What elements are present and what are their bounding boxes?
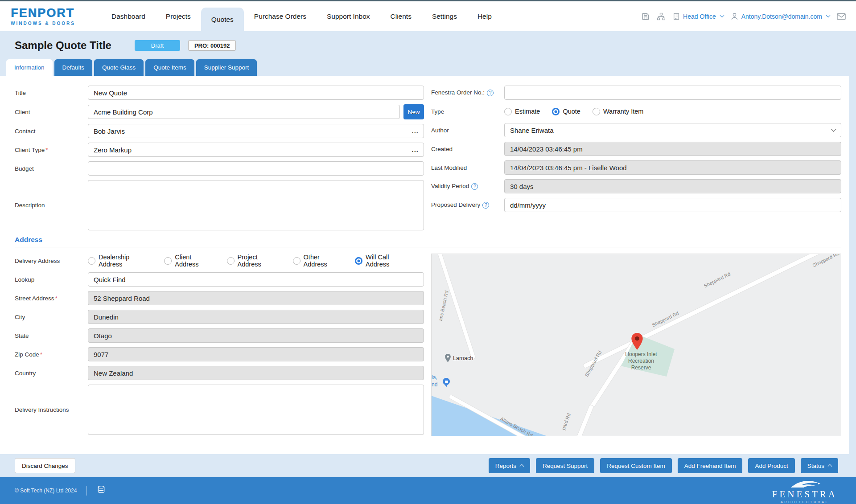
user-menu[interactable]: Antony.Dotson@domain.com	[730, 12, 830, 20]
contact-input[interactable]	[88, 124, 424, 138]
status-badge: Draft	[135, 40, 180, 51]
mail-icon[interactable]	[836, 12, 846, 20]
nav-item-purchase-orders[interactable]: Purchase Orders	[244, 1, 317, 31]
country-input	[88, 366, 424, 380]
address-divider	[15, 247, 841, 247]
help-icon[interactable]: ?	[482, 202, 489, 209]
required-asterisk: *	[40, 351, 42, 358]
radio-warranty-item[interactable]: Warranty Item	[593, 108, 644, 115]
field-row-contact: Contact ...	[15, 124, 424, 138]
building-icon	[672, 12, 680, 20]
fenestra-wordmark: FENESTRA	[772, 490, 837, 499]
nav-item-quotes[interactable]: Quotes	[201, 8, 244, 31]
tab-strip: Information Defaults Quote Glass Quote I…	[6, 59, 257, 76]
client-lookup-ellipsis[interactable]: ...	[412, 110, 419, 114]
chevron-down-icon	[720, 13, 724, 18]
client-input[interactable]	[88, 105, 400, 119]
quote-header: Sample Quote Title Draft PRO: 000192 Inf…	[0, 31, 856, 76]
field-row-proposed-delivery: Proposed Delivery?	[431, 198, 841, 212]
nav-item-dashboard[interactable]: Dashboard	[101, 1, 156, 31]
add-product-button[interactable]: Add Product	[748, 458, 794, 473]
map-marker-pin[interactable]	[631, 333, 643, 352]
nav-item-settings[interactable]: Settings	[422, 1, 467, 31]
field-row-client-type: Client Type* ...	[15, 143, 424, 157]
fenestra-order-input[interactable]	[504, 86, 841, 100]
validity-label: Validity Period?	[431, 183, 504, 190]
radio-dealership-address[interactable]: Dealership Address	[88, 254, 152, 268]
field-row-fenestra-order: Fenestra Order No.:?	[431, 86, 841, 100]
nav-item-help[interactable]: Help	[467, 1, 502, 31]
delivery-instructions-label: Delivery Instructions	[15, 406, 88, 413]
tab-information[interactable]: Information	[6, 59, 53, 76]
status-button[interactable]: Status	[801, 458, 838, 473]
tab-quote-glass[interactable]: Quote Glass	[94, 59, 144, 76]
field-row-budget: Budget	[15, 161, 424, 176]
nav-item-projects[interactable]: Projects	[156, 1, 201, 31]
help-icon[interactable]: ?	[471, 183, 478, 190]
client-type-lookup-ellipsis[interactable]: ...	[412, 148, 419, 152]
fenestra-sub: ARCHITECTURAL	[772, 500, 837, 504]
lookup-label: Lookup	[15, 276, 88, 283]
app-bar: FENPORT WINDOWS & DOORS Dashboard Projec…	[0, 1, 856, 31]
tab-quote-items[interactable]: Quote Items	[145, 59, 194, 76]
brand-logo[interactable]: FENPORT WINDOWS & DOORS	[6, 1, 80, 31]
field-row-lookup: Lookup	[15, 272, 424, 287]
field-row-last-modified: Last Modified	[431, 160, 841, 175]
contact-label: Contact	[15, 128, 88, 135]
delivery-instructions-textarea[interactable]	[88, 385, 424, 435]
field-row-description: Description	[15, 180, 424, 230]
reports-button[interactable]: Reports	[489, 458, 530, 473]
map-larnach-pin[interactable]: Larnach	[445, 354, 473, 362]
radio-quote[interactable]: Quote	[552, 108, 580, 115]
place-pin-icon	[445, 354, 451, 362]
save-icon[interactable]	[641, 12, 650, 21]
user-email: Antony.Dotson@domain.com	[741, 13, 822, 20]
request-support-button[interactable]: Request Support	[536, 458, 594, 473]
footer: © Soft Tech (NZ) Ltd 2024 FENESTRA ARCHI…	[0, 477, 856, 504]
chevron-down-icon	[826, 13, 831, 18]
city-input	[88, 310, 424, 324]
last-modified-label: Last Modified	[431, 164, 504, 171]
help-icon[interactable]: ?	[487, 90, 494, 96]
lookup-input[interactable]	[88, 272, 424, 287]
budget-input[interactable]	[88, 161, 424, 176]
add-freehand-item-button[interactable]: Add Freehand Item	[678, 458, 743, 473]
description-textarea[interactable]	[88, 180, 424, 230]
required-asterisk: *	[55, 295, 58, 302]
nav-item-clients[interactable]: Clients	[380, 1, 422, 31]
brand-tagline: WINDOWS & DOORS	[11, 21, 75, 26]
delivery-location-map[interactable]: Sheppard Rd Sheppard Rd Sheppard Rd Shep…	[431, 254, 841, 436]
author-label: Author	[431, 127, 504, 134]
radio-circle	[227, 257, 235, 265]
field-row-delivery-address: Delivery Address Dealership Address Clie…	[15, 254, 424, 268]
sitemap-icon[interactable]	[657, 12, 666, 21]
request-custom-item-button[interactable]: Request Custom Item	[600, 458, 672, 473]
author-select[interactable]: Shane Eriwata	[504, 123, 841, 137]
discard-changes-button[interactable]: Discard Changes	[15, 458, 75, 473]
title-input[interactable]	[88, 86, 424, 100]
state-input	[88, 328, 424, 343]
field-row-country: Country	[15, 366, 424, 380]
tab-supplier-support[interactable]: Supplier Support	[196, 59, 257, 76]
created-label: Created	[431, 146, 504, 152]
radio-other-address[interactable]: Other Address	[293, 254, 343, 268]
radio-will-call-address[interactable]: Will Call Address	[355, 254, 412, 268]
proposed-delivery-input[interactable]	[504, 198, 841, 212]
map-place-label: Larnach	[453, 355, 473, 361]
radio-client-address[interactable]: Client Address	[164, 254, 214, 268]
radio-project-address[interactable]: Project Address	[227, 254, 281, 268]
contact-lookup-ellipsis[interactable]: ...	[412, 129, 419, 133]
field-row-zip: Zip Code*	[15, 347, 424, 361]
database-icon[interactable]	[97, 485, 106, 496]
branch-selector[interactable]: Head Office	[672, 12, 724, 20]
page-title: Sample Quote Title	[15, 39, 111, 52]
title-label: Title	[15, 90, 88, 96]
tab-defaults[interactable]: Defaults	[54, 59, 93, 76]
radio-estimate[interactable]: Estimate	[504, 108, 540, 115]
map-photo-pin[interactable]	[443, 378, 450, 385]
branch-name: Head Office	[683, 13, 716, 20]
person-icon	[730, 12, 739, 20]
client-type-input[interactable]	[88, 143, 424, 157]
nav-item-support-inbox[interactable]: Support Inbox	[317, 1, 380, 31]
radio-circle-selected	[552, 108, 560, 115]
